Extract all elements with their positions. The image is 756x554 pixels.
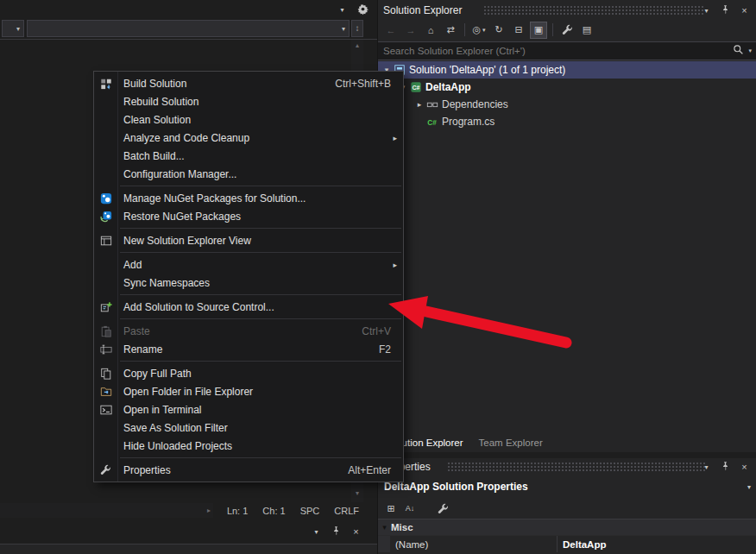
menu-item-open-in-terminal[interactable]: Open in Terminal [94,400,403,419]
close-icon[interactable]: × [739,462,750,473]
status-column[interactable]: Ch: 1 [262,506,285,516]
status-line-ending[interactable]: CRLF [334,506,359,516]
menu-item-label: Copy Full Path [123,368,192,380]
menu-item-new-solution-explorer-view[interactable]: New Solution Explorer View [94,231,403,249]
menu-item-rebuild-solution[interactable]: Rebuild Solution [94,92,403,110]
home-icon[interactable]: ⌂ [423,22,438,38]
solution-tree: ▾Solution 'DeltaApp' (1 of 1 project)▾C#… [378,61,756,433]
menu-item-save-as-solution-filter[interactable]: Save As Solution Filter [94,419,403,437]
document-dropdown-icon[interactable]: ▾ [337,4,348,16]
nav-project-dropdown[interactable]: ▾ [2,20,24,37]
properties-icon[interactable] [559,22,575,38]
status-spaces[interactable]: SPC [300,506,320,516]
tree-item-solution-deltaapp-1-of-1-project[interactable]: ▾Solution 'DeltaApp' (1 of 1 project) [378,61,756,79]
paste-icon [94,325,117,337]
property-value-cell[interactable]: DeltaApp [558,536,756,552]
window-position-icon[interactable]: ▾ [701,462,712,473]
menu-item-shortcut: Alt+Enter [348,464,391,476]
close-icon[interactable]: × [739,5,750,16]
menu-separator [120,252,401,253]
solution-explorer-titlebar[interactable]: Solution Explorer ▾ × [378,2,756,19]
menu-item-batch-build[interactable]: Batch Build... [94,147,403,165]
property-row: (Name)DeltaApp [378,535,756,552]
search-input[interactable] [383,46,733,56]
search-icon[interactable] [733,43,744,59]
tree-item-label: Dependencies [442,98,508,110]
back-icon[interactable]: ← [383,22,399,38]
solution-explorer-search[interactable]: ▾ [378,41,756,60]
chevron-down-icon[interactable]: ▾ [748,47,752,54]
menu-item-label: Configuration Manager... [123,168,236,180]
collapse-category-icon[interactable]: ▾ [378,523,391,532]
close-icon[interactable]: × [350,526,362,538]
bottom-panel-titlebar: ▾ × [0,519,377,554]
menu-item-shortcut: Ctrl+Shift+B [335,78,391,90]
pending-changes-filter-icon[interactable]: ◎▾ [471,22,487,38]
csharp-project-icon: C# [408,81,423,93]
menu-item-shortcut: Ctrl+V [362,325,391,337]
menu-separator [120,294,401,295]
menu-item-build-solution[interactable]: Build SolutionCtrl+Shift+B [94,74,403,92]
category-margin-strip [378,536,390,552]
window-position-icon[interactable]: ▾ [311,526,322,538]
show-all-files-icon[interactable]: ▣ [531,22,546,38]
scroll-up-icon[interactable]: ▴ [351,41,363,49]
menu-item-label: Analyze and Code Cleanup [123,132,249,144]
menu-item-analyze-and-code-cleanup[interactable]: Analyze and Code Cleanup▸ [94,129,403,147]
sync-with-active-document-icon[interactable]: ⇄ [443,22,458,38]
refresh-icon[interactable]: ↻ [491,22,507,38]
settings-gear-icon[interactable] [357,3,369,16]
tree-item-dependencies[interactable]: ▸Dependencies [378,96,756,113]
category-label: Misc [391,522,413,532]
properties-titlebar[interactable]: Properties ▾ × [378,458,756,475]
menu-item-sync-namespaces[interactable]: Sync Namespaces [94,274,403,292]
menu-item-hide-unloaded-projects[interactable]: Hide Unloaded Projects [94,437,403,455]
alphabetical-icon[interactable]: A↓ [402,500,418,516]
properties-panel: Properties ▾ × DeltaApp Solution Propert… [378,452,756,554]
window-position-icon[interactable]: ▾ [701,5,712,16]
forward-icon[interactable]: → [403,22,419,38]
menu-item-manage-nuget-packages-for-solution[interactable]: Manage NuGet Packages for Solution... [94,189,403,207]
categorized-icon[interactable]: ⊞ [383,500,399,516]
menu-item-properties[interactable]: PropertiesAlt+Enter [94,461,403,479]
menu-item-shortcut: F2 [379,343,391,356]
document-well-controls: ▾ [337,3,369,16]
menu-item-restore-nuget-packages[interactable]: Restore NuGet Packages [94,207,403,225]
editor-horizontal-scrollbar[interactable]: ▸ [0,503,213,518]
menu-item-paste[interactable]: PasteCtrl+V [94,322,403,340]
tree-item-label: DeltaApp [425,81,471,93]
pin-icon[interactable] [331,526,342,538]
menu-item-open-folder-in-file-explorer[interactable]: Open Folder in File Explorer [94,382,403,400]
menu-separator [120,457,401,458]
preview-selected-items-icon[interactable]: ▤ [579,22,595,38]
menu-item-label: Rebuild Solution [123,96,198,108]
property-category-row[interactable]: ▾ Misc [378,519,756,535]
property-name-cell[interactable]: (Name) [390,536,558,552]
properties-toolbar: ⊞A↓ [378,498,756,519]
submenu-arrow-icon: ▸ [393,134,397,142]
status-line[interactable]: Ln: 1 [227,506,248,516]
tree-item-deltaapp[interactable]: ▾C#DeltaApp [378,79,756,96]
menu-item-add-solution-to-source-control[interactable]: Add Solution to Source Control... [94,298,403,316]
menu-item-rename[interactable]: RenameF2 [94,340,403,358]
solution-context-menu: Build SolutionCtrl+Shift+BRebuild Soluti… [93,71,404,482]
property-pages-icon[interactable] [435,500,450,516]
pin-icon[interactable] [720,4,731,17]
menu-item-label: Properties [123,464,171,476]
menu-separator [120,318,401,319]
menu-item-add[interactable]: Add▸ [94,255,403,274]
visual-studio-window: ▾ ▾ ▾ ↕ ▴ ▾ ▸ Ln: 1Ch: 1SPCCRLF ▾ [0,0,756,554]
scroll-right-icon[interactable]: ▸ [207,507,211,514]
properties-object-selector[interactable]: DeltaApp Solution Properties ▾ [378,475,756,498]
expand-icon[interactable]: ▸ [414,100,425,109]
menu-item-configuration-manager[interactable]: Configuration Manager... [94,165,403,183]
nav-scope-dropdown[interactable]: ▾ [27,20,350,37]
menu-item-copy-full-path[interactable]: Copy Full Path [94,364,403,382]
scroll-down-icon[interactable]: ▾ [351,489,363,497]
pin-icon[interactable] [720,461,731,474]
menu-item-clean-solution[interactable]: Clean Solution [94,110,403,129]
tab-team-explorer[interactable]: Team Explorer [471,433,551,452]
scrollbar-splitter-button[interactable]: ↕ [351,20,363,37]
tree-item-program-cs[interactable]: C#Program.cs [378,113,756,130]
collapse-all-icon[interactable]: ⊟ [511,22,526,38]
